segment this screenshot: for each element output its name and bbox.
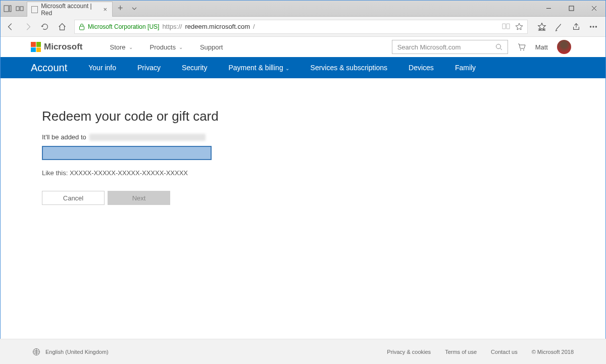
locale-selector[interactable]: English (United Kingdom) xyxy=(45,349,109,355)
svg-point-11 xyxy=(590,26,591,27)
account-email-redacted xyxy=(89,134,206,141)
nav-payment-billing[interactable]: Payment & billing ⌄ xyxy=(229,64,289,72)
svg-rect-1 xyxy=(10,6,11,12)
favorite-star-icon[interactable] xyxy=(515,23,523,31)
lock-icon xyxy=(79,23,85,30)
nav-products[interactable]: Products⌄ xyxy=(150,43,183,51)
svg-point-13 xyxy=(595,26,596,27)
svg-point-17 xyxy=(523,49,524,50)
added-to-text: It'll be added to xyxy=(42,133,605,141)
tab-favicon xyxy=(31,6,38,13)
site-footer: English (United Kingdom) Privacy & cooki… xyxy=(0,339,606,364)
close-tab-icon[interactable]: × xyxy=(103,6,107,13)
window-titlebar: Microsoft account | Red × + xyxy=(1,1,605,17)
browser-tab[interactable]: Microsoft account | Red × xyxy=(27,2,113,17)
hint-prefix: Like this: xyxy=(42,169,70,177)
url-path: / xyxy=(253,23,255,30)
account-nav: Account Your info Privacy Security Payme… xyxy=(1,57,605,78)
tab-preview-icon[interactable] xyxy=(16,5,24,13)
redeem-code-input[interactable] xyxy=(42,146,212,160)
tabs-aside-icon[interactable] xyxy=(4,5,12,13)
code-format-hint: Like this: XXXXX-XXXXX-XXXXX-XXXXX-XXXXX xyxy=(42,169,605,177)
minimize-button[interactable] xyxy=(537,1,560,16)
footer-privacy[interactable]: Privacy & cookies xyxy=(387,349,431,355)
microsoft-logo-text: Microsoft xyxy=(44,42,83,52)
svg-point-12 xyxy=(593,26,594,27)
account-heading[interactable]: Account xyxy=(31,62,67,74)
svg-rect-0 xyxy=(4,6,9,12)
forward-button[interactable] xyxy=(23,22,33,32)
svg-line-15 xyxy=(500,48,502,50)
home-button[interactable] xyxy=(57,22,67,32)
footer-contact[interactable]: Contact us xyxy=(491,349,518,355)
site-header: Microsoft Store⌄ Products⌄ Support Searc… xyxy=(1,37,605,57)
tab-dropdown-icon[interactable] xyxy=(128,1,140,16)
svg-point-14 xyxy=(496,44,500,49)
chevron-down-icon: ⌄ xyxy=(285,66,289,71)
search-placeholder: Search Microsoft.com xyxy=(397,43,461,51)
nav-family[interactable]: Family xyxy=(455,64,476,72)
svg-rect-8 xyxy=(80,26,84,30)
microsoft-logo-icon xyxy=(31,42,41,52)
hint-pattern: XXXXX-XXXXX-XXXXX-XXXXX-XXXXX xyxy=(70,169,188,177)
new-tab-button[interactable]: + xyxy=(113,1,128,16)
refresh-button[interactable] xyxy=(40,22,50,32)
share-icon[interactable] xyxy=(571,22,581,32)
browser-toolbar: Microsoft Corporation [US] https://redee… xyxy=(1,17,605,37)
notes-icon[interactable] xyxy=(554,22,564,32)
cancel-button[interactable]: Cancel xyxy=(42,191,105,205)
chevron-down-icon: ⌄ xyxy=(179,44,183,50)
next-button[interactable]: Next xyxy=(108,191,170,205)
site-search[interactable]: Search Microsoft.com xyxy=(392,40,508,54)
nav-store-label: Store xyxy=(110,43,126,51)
svg-rect-5 xyxy=(569,6,574,11)
more-menu-icon[interactable] xyxy=(588,22,598,32)
nav-store[interactable]: Store⌄ xyxy=(110,43,133,51)
nav-support[interactable]: Support xyxy=(200,43,223,51)
nav-your-info[interactable]: Your info xyxy=(88,64,116,72)
page-title: Redeem your code or gift card xyxy=(42,109,605,124)
cert-org: Microsoft Corporation [US] xyxy=(88,23,159,30)
search-icon[interactable] xyxy=(495,43,502,50)
close-window-button[interactable] xyxy=(583,1,605,16)
cart-icon[interactable] xyxy=(517,42,526,51)
url-host: redeem.microsoft.com xyxy=(185,23,250,30)
back-button[interactable] xyxy=(6,22,16,32)
nav-products-label: Products xyxy=(150,43,176,51)
footer-terms[interactable]: Terms of use xyxy=(445,349,477,355)
footer-copyright: © Microsoft 2018 xyxy=(532,349,574,355)
url-scheme: https:// xyxy=(162,23,182,30)
chevron-down-icon: ⌄ xyxy=(129,44,133,50)
added-to-prefix: It'll be added to xyxy=(42,133,86,141)
main-content: Redeem your code or gift card It'll be a… xyxy=(1,78,605,205)
nav-devices[interactable]: Devices xyxy=(409,64,434,72)
nav-services-subscriptions[interactable]: Services & subscriptions xyxy=(311,64,388,72)
nav-privacy[interactable]: Privacy xyxy=(137,64,161,72)
svg-rect-3 xyxy=(20,7,23,11)
address-bar[interactable]: Microsoft Corporation [US] https://redee… xyxy=(74,20,528,34)
nav-security[interactable]: Security xyxy=(182,64,208,72)
nav-payment-label: Payment & billing xyxy=(229,64,283,72)
nav-support-label: Support xyxy=(200,43,223,51)
globe-icon[interactable] xyxy=(32,348,40,356)
favorites-hub-icon[interactable] xyxy=(537,22,547,32)
microsoft-logo[interactable]: Microsoft xyxy=(31,42,83,52)
svg-point-16 xyxy=(520,49,521,50)
avatar[interactable] xyxy=(557,40,571,54)
reading-view-icon[interactable] xyxy=(502,23,510,31)
svg-rect-2 xyxy=(16,7,19,11)
maximize-button[interactable] xyxy=(560,1,583,16)
username[interactable]: Matt xyxy=(535,43,548,51)
tab-title: Microsoft account | Red xyxy=(41,3,100,17)
